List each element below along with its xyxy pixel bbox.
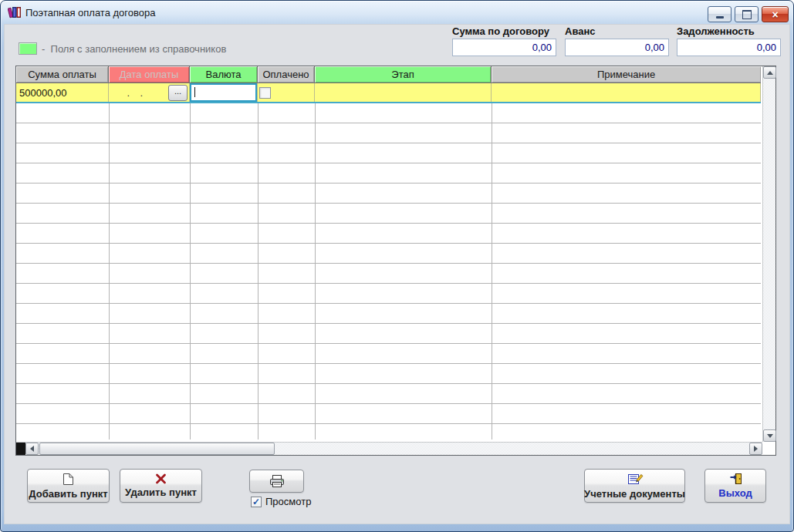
maximize-button[interactable] <box>735 6 759 22</box>
exit-label: Выход <box>718 487 752 499</box>
ledger-pencil-icon <box>627 473 644 486</box>
horizontal-scrollbar[interactable] <box>16 442 762 455</box>
window-frame: Поэтапная оплата договора × - Поля с зап… <box>0 0 794 532</box>
cell-paid[interactable] <box>258 83 315 102</box>
date-mask-text: . . <box>109 87 144 99</box>
new-document-icon <box>63 473 74 486</box>
text-caret <box>194 87 195 97</box>
print-button[interactable] <box>249 470 304 493</box>
preview-option[interactable]: ✓ Просмотр <box>251 496 311 507</box>
window-title: Поэтапная оплата договора <box>25 7 155 19</box>
cell-currency[interactable] <box>190 83 258 102</box>
advance-label: Аванс <box>565 25 669 37</box>
scrollbar-corner <box>762 442 775 455</box>
title-bar[interactable]: Поэтапная оплата договора × <box>1 1 793 24</box>
books-icon <box>8 5 22 19</box>
client-area: - Поля с заполнением из справочников Сум… <box>4 24 790 524</box>
cell-stage[interactable] <box>315 83 492 102</box>
arrow-left-icon <box>30 446 34 452</box>
add-item-label: Добавить пункт <box>29 488 107 500</box>
preview-label: Просмотр <box>265 496 311 507</box>
grid-column-divider <box>315 103 316 439</box>
scroll-left-button[interactable] <box>25 443 39 455</box>
grid-size-box <box>16 443 25 455</box>
grid-column-divider <box>109 103 110 439</box>
close-button[interactable]: × <box>762 6 789 22</box>
debt-label: Задолженность <box>677 25 781 37</box>
grid-empty-rows[interactable] <box>16 103 761 439</box>
accounting-documents-label: Учетные документы <box>584 488 685 500</box>
window-controls: × <box>708 6 789 22</box>
header-paid[interactable]: Оплачено <box>258 66 315 83</box>
minimize-icon <box>716 16 724 19</box>
printer-icon <box>269 474 286 488</box>
arrow-down-icon <box>767 434 773 438</box>
header-note[interactable]: Примечание <box>492 66 761 83</box>
delete-item-label: Удалить пункт <box>125 487 197 498</box>
paid-checkbox[interactable] <box>259 87 271 99</box>
grid-column-divider <box>492 103 492 439</box>
advance-input[interactable]: 0,00 <box>565 39 669 56</box>
scroll-right-button[interactable] <box>749 443 762 455</box>
grid-column-divider <box>190 103 191 439</box>
cell-note[interactable] <box>492 83 761 102</box>
horizontal-scroll-thumb[interactable] <box>39 443 275 455</box>
header-payment-date[interactable]: Дата оплаты <box>109 66 190 83</box>
debt-input[interactable]: 0,00 <box>677 39 781 56</box>
legend-green-swatch <box>19 42 37 55</box>
header-currency[interactable]: Валюта <box>190 66 258 83</box>
cell-payment-date[interactable]: . . ... <box>109 83 190 102</box>
contract-sum-label: Сумма по договору <box>452 25 556 37</box>
grid-header-row: Сумма оплаты Дата оплаты Валюта Оплачено… <box>16 66 761 83</box>
date-picker-button[interactable]: ... <box>168 85 188 101</box>
header-stage[interactable]: Этап <box>315 66 492 83</box>
payments-grid: Сумма оплаты Дата оплаты Валюта Оплачено… <box>15 66 776 456</box>
check-icon: ✓ <box>252 497 260 507</box>
debt-field: Задолженность 0,00 <box>677 25 781 56</box>
contract-sum-field: Сумма по договору 0,00 <box>452 25 556 56</box>
advance-field: Аванс 0,00 <box>565 25 669 56</box>
accounting-documents-button[interactable]: Учетные документы <box>584 469 685 503</box>
add-item-button[interactable]: Добавить пункт <box>27 469 110 503</box>
vertical-scrollbar[interactable] <box>762 66 775 442</box>
scroll-down-button[interactable] <box>763 429 776 442</box>
exit-door-icon <box>729 473 742 485</box>
arrow-up-icon <box>767 71 773 75</box>
grid-column-divider <box>258 103 258 439</box>
contract-sum-input[interactable]: 0,00 <box>452 39 556 56</box>
exit-button[interactable]: Выход <box>704 469 766 503</box>
maximize-icon <box>742 10 752 19</box>
legend-label: - Поля с заполнением из справочников <box>42 43 226 55</box>
currency-editor-input[interactable] <box>190 83 257 102</box>
red-cross-icon <box>155 473 167 484</box>
application-window: Поэтапная оплата договора × - Поля с зап… <box>0 0 794 532</box>
delete-item-button[interactable]: Удалить пункт <box>120 469 202 503</box>
cell-payment-sum[interactable]: 500000,00 <box>16 83 109 102</box>
arrow-right-icon <box>754 446 758 452</box>
close-icon: × <box>772 9 778 20</box>
preview-checkbox[interactable]: ✓ <box>251 497 262 507</box>
header-payment-sum[interactable]: Сумма оплаты <box>16 66 109 83</box>
grid-row-1: 500000,00 . . ... <box>16 83 761 103</box>
minimize-button[interactable] <box>708 6 731 22</box>
scroll-up-button[interactable] <box>763 66 776 79</box>
